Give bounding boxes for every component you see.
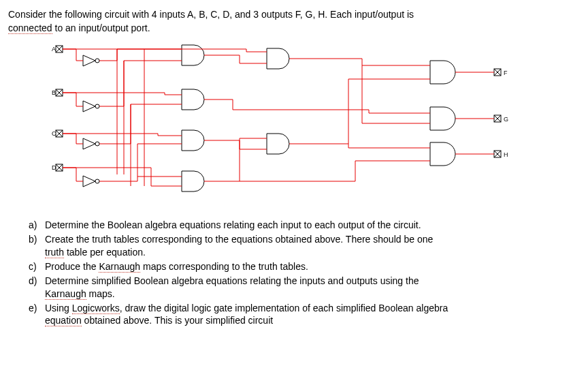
svg-point-28 bbox=[95, 59, 99, 63]
intro-text: Consider the following circuit with 4 in… bbox=[8, 8, 580, 35]
intro-line2-rest: to an input/output port. bbox=[52, 22, 150, 33]
svg-text:B: B bbox=[52, 89, 56, 96]
circuit-diagram: A B C D F G H bbox=[42, 42, 519, 205]
question-a: a) Determine the Boolean algebra equatio… bbox=[29, 219, 580, 232]
svg-point-30 bbox=[95, 142, 99, 146]
q-text: Produce the Karnaugh maps corresponding … bbox=[45, 260, 580, 273]
question-b: b) Create the truth tables corresponding… bbox=[29, 233, 580, 259]
q-marker: c) bbox=[29, 260, 45, 273]
q-marker: b) bbox=[29, 233, 45, 259]
svg-point-29 bbox=[95, 104, 99, 108]
question-d: d) Determine simplified Boolean algebra … bbox=[29, 275, 580, 301]
input-port-c: C bbox=[52, 130, 63, 137]
q-text: Determine simplified Boolean algebra equ… bbox=[45, 275, 580, 301]
question-list: a) Determine the Boolean algebra equatio… bbox=[29, 219, 580, 327]
and-gate-5 bbox=[267, 48, 289, 69]
and-gate-3 bbox=[182, 130, 204, 151]
svg-point-31 bbox=[95, 179, 99, 183]
not-gate-c bbox=[83, 138, 99, 149]
output-port-h: H bbox=[494, 151, 508, 158]
input-port-a: A bbox=[52, 46, 63, 52]
and-gate-6 bbox=[267, 134, 289, 154]
not-gate-a bbox=[83, 55, 99, 66]
svg-text:A: A bbox=[52, 46, 56, 52]
svg-text:F: F bbox=[504, 70, 508, 76]
intro-line2-underlined: connected bbox=[8, 22, 52, 34]
and-gate-2 bbox=[182, 89, 204, 110]
output-port-f: F bbox=[494, 69, 508, 76]
intro-line1: Consider the following circuit with 4 in… bbox=[8, 9, 414, 20]
and-gate-h bbox=[430, 142, 455, 166]
question-c: c) Produce the Karnaugh maps correspondi… bbox=[29, 260, 580, 273]
output-port-g: G bbox=[494, 115, 508, 123]
input-port-d: D bbox=[52, 164, 63, 171]
input-port-b: B bbox=[52, 89, 63, 96]
q-text: Determine the Boolean algebra equations … bbox=[45, 219, 580, 232]
not-gate-d bbox=[83, 176, 99, 187]
q-marker: d) bbox=[29, 275, 45, 301]
svg-text:G: G bbox=[504, 116, 508, 123]
and-gate-g bbox=[430, 107, 455, 130]
wire-network bbox=[63, 49, 494, 186]
and-gate-4 bbox=[182, 171, 204, 191]
q-text: Using Logicworks, draw the digital logic… bbox=[45, 302, 580, 328]
and-gate-f bbox=[430, 61, 455, 84]
q-text: Create the truth tables corresponding to… bbox=[45, 233, 580, 259]
svg-text:H: H bbox=[504, 151, 508, 158]
q-marker: e) bbox=[29, 302, 45, 328]
question-e: e) Using Logicworks, draw the digital lo… bbox=[29, 302, 580, 328]
q-marker: a) bbox=[29, 219, 45, 232]
and-gate-1 bbox=[182, 45, 204, 65]
not-gate-b bbox=[83, 101, 99, 112]
